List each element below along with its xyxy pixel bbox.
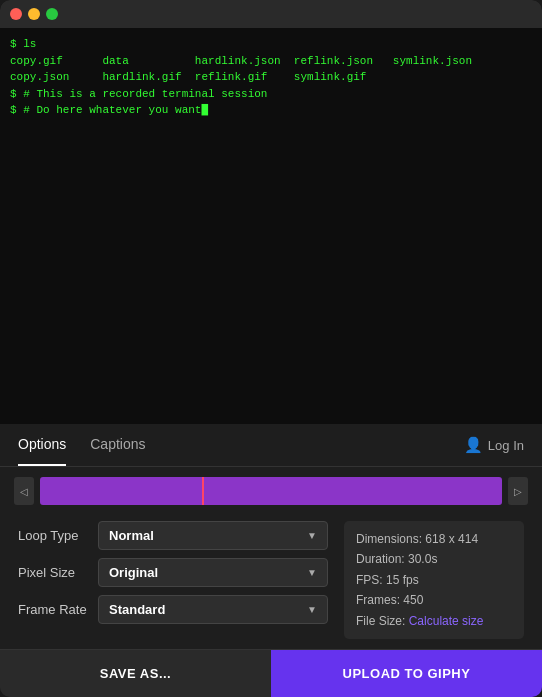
file-size-info: File Size: Calculate size — [356, 611, 512, 631]
file-size-label: File Size: — [356, 614, 405, 628]
loop-type-value: Normal — [109, 528, 154, 543]
save-as-button[interactable]: SAVE AS... — [0, 650, 271, 697]
terminal-line: $ ls — [10, 36, 532, 53]
loop-type-row: Loop Type Normal ▼ — [18, 521, 328, 550]
info-box: Dimensions: 618 x 414 Duration: 30.0s FP… — [344, 521, 524, 639]
frame-rate-label: Frame Rate — [18, 602, 98, 617]
options-section: Loop Type Normal ▼ Pixel Size Original ▼… — [0, 515, 542, 649]
scrubber-track[interactable] — [40, 477, 502, 505]
right-arrow-icon: ▷ — [514, 486, 522, 497]
frames-info: Frames: 450 — [356, 590, 512, 610]
pixel-size-label: Pixel Size — [18, 565, 98, 580]
options-left: Loop Type Normal ▼ Pixel Size Original ▼… — [18, 521, 328, 639]
calculate-size-link[interactable]: Calculate size — [409, 614, 484, 628]
tabs-row: Options Captions 👤 Log In — [0, 424, 542, 467]
frame-rate-value: Standard — [109, 602, 165, 617]
pixel-size-row: Pixel Size Original ▼ — [18, 558, 328, 587]
scrubber-container: ◁ ▷ — [0, 467, 542, 515]
terminal-line: $ # This is a recorded terminal session — [10, 86, 532, 103]
terminal-output: $ ls copy.gif data hardlink.json reflink… — [0, 28, 542, 424]
login-label: Log In — [488, 438, 524, 453]
minimize-button[interactable] — [28, 8, 40, 20]
chevron-down-icon: ▼ — [307, 530, 317, 541]
title-bar — [0, 0, 542, 28]
bottom-panel: Options Captions 👤 Log In ◁ ▷ Loop Type … — [0, 424, 542, 697]
traffic-lights — [10, 8, 58, 20]
upload-to-giphy-button[interactable]: UPLOAD TO GIPHY — [271, 650, 542, 697]
chevron-down-icon: ▼ — [307, 604, 317, 615]
pixel-size-select[interactable]: Original ▼ — [98, 558, 328, 587]
maximize-button[interactable] — [46, 8, 58, 20]
tab-captions[interactable]: Captions — [90, 424, 145, 466]
scrubber-right-arrow[interactable]: ▷ — [508, 477, 528, 505]
chevron-down-icon: ▼ — [307, 567, 317, 578]
frame-rate-select[interactable]: Standard ▼ — [98, 595, 328, 624]
loop-type-select[interactable]: Normal ▼ — [98, 521, 328, 550]
terminal-line: copy.json hardlink.gif reflink.gif symli… — [10, 69, 532, 86]
duration-info: Duration: 30.0s — [356, 549, 512, 569]
pixel-size-value: Original — [109, 565, 158, 580]
loop-type-label: Loop Type — [18, 528, 98, 543]
action-buttons: SAVE AS... UPLOAD TO GIPHY — [0, 649, 542, 697]
left-arrow-icon: ◁ — [20, 486, 28, 497]
dimensions-info: Dimensions: 618 x 414 — [356, 529, 512, 549]
frame-rate-row: Frame Rate Standard ▼ — [18, 595, 328, 624]
scrubber-left-arrow[interactable]: ◁ — [14, 477, 34, 505]
scrubber-marker — [202, 477, 204, 505]
tab-options[interactable]: Options — [18, 424, 66, 466]
fps-info: FPS: 15 fps — [356, 570, 512, 590]
close-button[interactable] — [10, 8, 22, 20]
terminal-line: $ # Do here whatever you want█ — [10, 102, 532, 119]
login-button[interactable]: 👤 Log In — [464, 436, 524, 454]
terminal-line: copy.gif data hardlink.json reflink.json… — [10, 53, 532, 70]
user-icon: 👤 — [464, 436, 483, 454]
